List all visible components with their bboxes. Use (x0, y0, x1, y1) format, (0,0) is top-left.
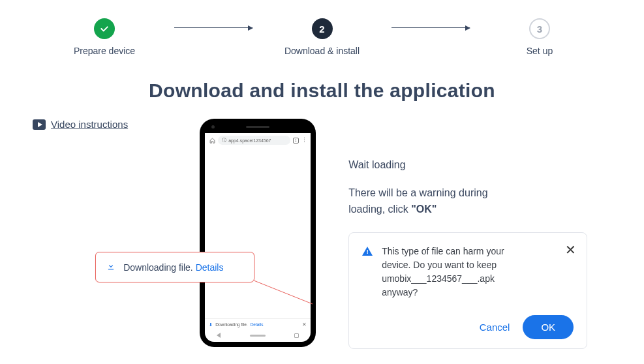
play-icon (33, 119, 46, 130)
ok-button[interactable]: OK (523, 315, 574, 339)
step-number-active: 2 (312, 18, 333, 39)
step-label: Set up (527, 46, 553, 56)
stepper-arrow (144, 18, 283, 28)
tab-count-icon: 1 (293, 138, 299, 144)
step-label: Prepare device (74, 46, 135, 56)
home-pill-icon (250, 335, 266, 337)
browser-address-bar: ⓘ app4.space/1234567 1 ⋮ (205, 133, 311, 147)
setup-stepper: Prepare device 2 Download & install 3 Se… (0, 0, 644, 56)
details-link: Details (251, 322, 264, 327)
callout-details-link: Details (196, 262, 224, 273)
video-link-label: Video instructions (51, 119, 128, 130)
instructions-column: Wait loading There will be a warning dur… (348, 119, 611, 349)
warning-instruction-text: There will be a warning during loading, … (348, 185, 518, 218)
phone-nav-bar (205, 330, 311, 342)
step-check-icon (94, 18, 115, 39)
download-text: Downloading file. (215, 322, 248, 327)
step-download-install: 2 Download & install (283, 18, 361, 56)
close-icon: ✕ (302, 322, 307, 327)
cancel-button[interactable]: Cancel (480, 322, 510, 333)
step-set-up: 3 Set up (500, 18, 579, 56)
url-text: app4.space/1234567 (228, 138, 271, 143)
url-field: ⓘ app4.space/1234567 (218, 136, 290, 145)
phone-mockup: ⓘ app4.space/1234567 1 ⋮ ⬇ Downloading f… (200, 119, 316, 347)
page-title: Download and install the application (0, 80, 644, 102)
download-icon: ⬇ (209, 322, 213, 327)
kebab-menu-icon: ⋮ (301, 137, 307, 144)
back-icon (217, 333, 221, 338)
download-callout: Downloading file. Details (95, 252, 254, 282)
step-number-pending: 3 (529, 18, 550, 39)
download-icon (106, 262, 115, 273)
video-instructions-link[interactable]: Video instructions (33, 119, 128, 130)
step-prepare-device: Prepare device (65, 18, 144, 56)
phone-screen: ⓘ app4.space/1234567 1 ⋮ ⬇ Downloading f… (205, 133, 311, 342)
harm-warning-dialog: ✕ This type of file can harm your device… (348, 232, 587, 349)
step-label: Download & install (284, 46, 360, 56)
stepper-arrow (361, 18, 501, 28)
info-icon: ⓘ (222, 137, 226, 144)
close-icon[interactable]: ✕ (565, 243, 576, 256)
recent-icon (294, 333, 299, 338)
home-icon (209, 137, 215, 144)
wait-loading-text: Wait loading (348, 159, 611, 171)
dialog-message: This type of file can harm your device. … (382, 245, 532, 299)
phone-download-toast: ⬇ Downloading file. Details ✕ (205, 318, 311, 330)
content-area: Video instructions ⓘ app4.space/1234567 … (0, 119, 644, 349)
callout-text: Downloading file. Details (123, 262, 223, 273)
warning-triangle-icon (362, 247, 373, 256)
